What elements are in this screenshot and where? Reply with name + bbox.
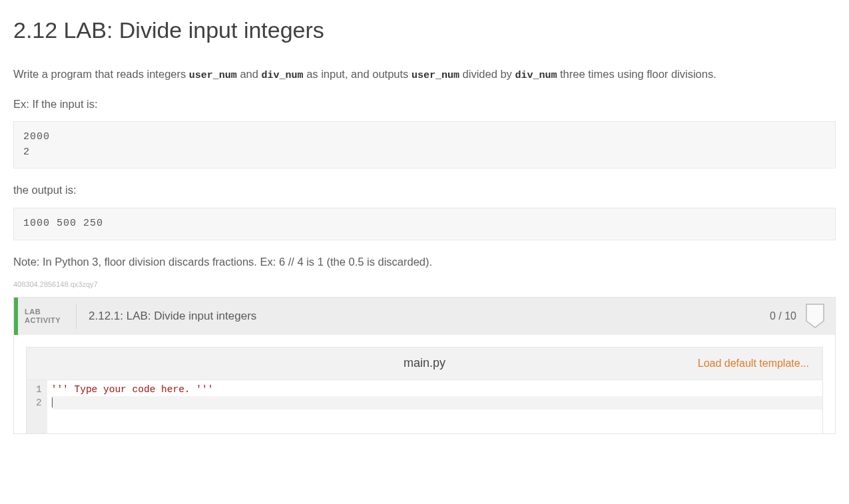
editor-filename: main.py	[404, 354, 445, 372]
example-input-block: 2000 2	[13, 121, 836, 168]
desc-text: Write a program that reads integers	[13, 68, 189, 80]
line-number: 1	[36, 383, 42, 396]
activity-header: LAB ACTIVITY 2.12.1: LAB: Divide input i…	[14, 298, 835, 335]
activity-title: 2.12.1: LAB: Divide input integers	[77, 308, 770, 325]
var-div-num: div_num	[262, 70, 304, 81]
code-line[interactable]	[51, 396, 822, 409]
page-title: 2.12 LAB: Divide input integers	[13, 13, 836, 47]
code-editor[interactable]: 1 2 ''' Type your code here. '''	[26, 380, 823, 433]
load-default-template-link[interactable]: Load default template...	[698, 356, 822, 372]
activity-type-line1: LAB	[25, 308, 61, 316]
code-line[interactable]: ''' Type your code here. '''	[51, 383, 822, 396]
activity-type-label: LAB ACTIVITY	[18, 304, 77, 329]
var-user-num: user_num	[189, 70, 237, 81]
var-div-num: div_num	[515, 70, 557, 81]
line-number: 2	[36, 396, 42, 409]
activity-type-line2: ACTIVITY	[25, 316, 61, 325]
editor-area: main.py Load default template... 1 2 '''…	[14, 335, 835, 433]
example-output-block: 1000 500 250	[13, 208, 836, 240]
var-user-num: user_num	[412, 70, 459, 81]
desc-text: three times using floor divisions.	[557, 68, 716, 80]
example-input-label: Ex: If the input is:	[13, 96, 836, 113]
desc-text: as input, and outputs	[304, 68, 412, 80]
editor-toolbar: main.py Load default template...	[26, 347, 823, 380]
small-id: 408304.2856148.qx3zqy7	[13, 279, 836, 290]
desc-text: and	[237, 68, 262, 80]
text-cursor	[52, 397, 53, 407]
code-text: ''' Type your code here. '''	[51, 384, 214, 395]
code-lines[interactable]: ''' Type your code here. '''	[47, 380, 822, 433]
example-output-label: the output is:	[13, 182, 836, 198]
shield-icon	[806, 304, 824, 329]
problem-description: Write a program that reads integers user…	[13, 66, 836, 84]
note-text: Note: In Python 3, floor division discar…	[13, 254, 836, 270]
lab-activity-card: LAB ACTIVITY 2.12.1: LAB: Divide input i…	[13, 297, 836, 434]
activity-score: 0 / 10	[770, 308, 796, 324]
line-number-gutter: 1 2	[27, 380, 47, 433]
desc-text: divided by	[459, 68, 515, 80]
